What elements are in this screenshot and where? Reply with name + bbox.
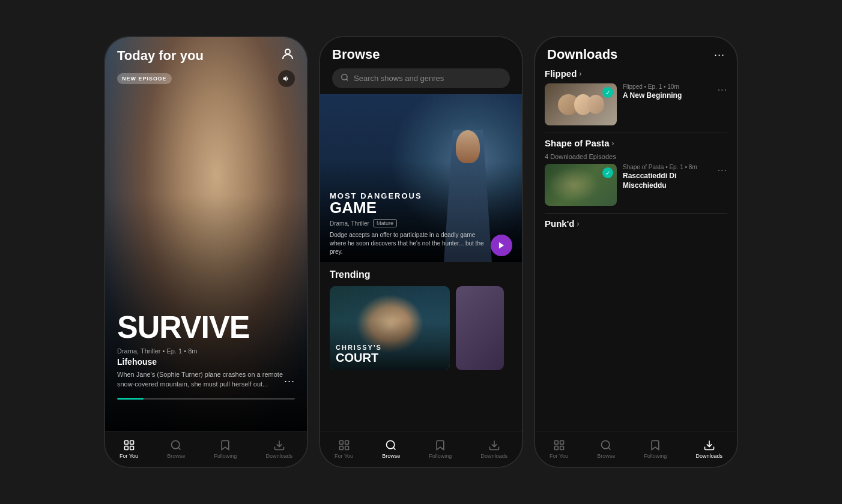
svg-point-15	[387, 441, 395, 449]
svg-marker-10	[499, 242, 504, 249]
hero-tags: Drama, Thriller Mature	[330, 219, 486, 227]
genre-tag: Drama, Thriller	[330, 220, 369, 227]
phone1-header: Today for you	[105, 37, 307, 70]
item-more-button-flipped[interactable]: ···	[718, 85, 727, 95]
svg-line-9	[347, 79, 348, 81]
downloads-header: Downloads ···	[535, 37, 737, 68]
show-subtitle: Lifehouse	[117, 357, 295, 367]
trending-card-chrissy[interactable]: CHRISSY'S COURT	[330, 286, 450, 370]
nav-downloads[interactable]: Downloads	[688, 437, 730, 461]
svg-rect-2	[130, 441, 133, 445]
nav-downloads-label: Downloads	[265, 453, 292, 459]
nav-browse-label: Browse	[167, 453, 185, 459]
search-placeholder: Search shows and genres	[354, 74, 444, 83]
svg-point-8	[342, 74, 347, 80]
download-section-punkd: Punk'd ›	[545, 218, 727, 229]
download-info-flipped: Flipped • Ep. 1 • 10m A New Beginning	[623, 83, 712, 101]
hero-show-title: MOST DANGEROUS GAME	[330, 192, 486, 215]
rating-badge: Mature	[373, 219, 397, 227]
svg-rect-11	[339, 441, 343, 445]
svg-rect-18	[554, 441, 558, 445]
phone-browse: Browse Search shows and genres	[319, 36, 523, 468]
hero-show-title-big: GAME	[330, 199, 377, 217]
bottom-nav: For You Browse Following	[320, 431, 522, 467]
nav-downloads-label: Downloads	[695, 453, 722, 459]
progress-track	[117, 398, 295, 400]
download-item-flipped: ✓ Flipped • Ep. 1 • 10m A New Beginning …	[545, 83, 727, 125]
section-title-punkd: Punk'd ›	[545, 218, 727, 229]
trending-card-label: CHRISSY'S COURT	[336, 344, 382, 364]
hero-description: Dodge accepts an offer to participate in…	[330, 231, 486, 256]
svg-rect-21	[560, 446, 563, 450]
svg-point-0	[285, 49, 290, 54]
more-options-icon[interactable]: ···	[714, 49, 725, 61]
download-info-pasta: Shape of Pasta • Ep. 1 • 8m Rasccatieddi…	[623, 164, 712, 190]
item-more-button-pasta[interactable]: ···	[718, 165, 727, 176]
page-title: Today for you	[117, 48, 204, 64]
show-meta: Drama, Thriller • Ep. 1 • 8m	[117, 347, 295, 355]
more-options-button[interactable]: ···	[284, 375, 295, 388]
downloads-list: Flipped › ✓ Flippe	[535, 68, 737, 431]
svg-rect-13	[339, 446, 343, 450]
bottom-nav: For You Browse Following	[535, 431, 737, 467]
svg-point-5	[172, 441, 180, 449]
svg-line-23	[608, 448, 611, 450]
trending-title: Trending	[330, 269, 512, 280]
nav-for-you[interactable]: For You	[327, 437, 360, 461]
search-bar[interactable]: Search shows and genres	[332, 68, 510, 88]
svg-rect-19	[560, 441, 563, 445]
svg-point-22	[602, 441, 610, 449]
downloaded-check-icon: ✓	[602, 87, 613, 98]
nav-browse-label: Browse	[382, 453, 400, 459]
phone3-content: Downloads ··· Flipped ›	[535, 37, 737, 467]
download-meta-flipped: Flipped • Ep. 1 • 10m	[623, 83, 712, 90]
show-description: When Jane's (Sophie Turner) plane crashe…	[117, 370, 295, 389]
browse-header: Browse Search shows and genres	[320, 37, 522, 94]
nav-following[interactable]: Following	[422, 437, 459, 461]
thumb-pasta: ✓	[545, 164, 617, 206]
nav-downloads[interactable]: Downloads	[473, 437, 515, 461]
hero-image: Today for you NEW EPISODE SURVIVE	[105, 37, 307, 431]
nav-for-you-label: For You	[550, 453, 568, 459]
face-3	[587, 95, 604, 114]
nav-for-you[interactable]: For You	[542, 437, 575, 461]
thumb-flipped: ✓	[545, 83, 617, 125]
mute-button[interactable]	[278, 70, 295, 87]
profile-icon[interactable]	[280, 47, 295, 64]
nav-following-label: Following	[644, 453, 667, 459]
trending-section: Trending CHRISSY'S COURT	[320, 262, 522, 431]
phone-today-for-you: Today for you NEW EPISODE SURVIVE	[104, 36, 308, 468]
downloaded-check-icon-2: ✓	[602, 167, 613, 178]
progress-bar-area	[117, 398, 295, 400]
nav-downloads-label: Downloads	[480, 453, 507, 459]
nav-browse-label: Browse	[597, 453, 615, 459]
hero-info: MOST DANGEROUS GAME Drama, Thriller Matu…	[330, 192, 486, 256]
svg-rect-3	[124, 446, 128, 450]
phone1-content: Today for you NEW EPISODE SURVIVE	[105, 37, 307, 467]
chevron-right-icon-2: ›	[612, 139, 614, 148]
phones-container: Today for you NEW EPISODE SURVIVE	[104, 36, 738, 468]
search-icon	[341, 73, 349, 83]
browse-title: Browse	[332, 47, 510, 62]
phone2-content: Browse Search shows and genres	[320, 37, 522, 467]
svg-rect-12	[345, 441, 348, 445]
nav-downloads[interactable]: Downloads	[258, 437, 300, 461]
svg-rect-14	[345, 446, 348, 450]
download-section-flipped: Flipped › ✓ Flippe	[545, 68, 727, 125]
nav-following[interactable]: Following	[207, 437, 244, 461]
trending-scroll: CHRISSY'S COURT	[330, 286, 512, 370]
trending-card-2[interactable]	[456, 286, 504, 370]
svg-rect-1	[124, 441, 128, 445]
nav-for-you[interactable]: For You	[112, 437, 145, 461]
nav-browse[interactable]: Browse	[590, 437, 622, 461]
play-button[interactable]	[491, 235, 512, 256]
nav-browse[interactable]: Browse	[375, 437, 407, 461]
nav-following[interactable]: Following	[637, 437, 674, 461]
download-name-pasta: Rasccatieddi Di Miscchieddu	[623, 172, 712, 190]
section-sub-pasta: 4 Downloaded Episodes	[545, 153, 727, 160]
svg-rect-4	[130, 446, 133, 450]
download-name-flipped: A New Beginning	[623, 91, 712, 101]
downloads-title: Downloads	[547, 47, 617, 62]
svg-line-16	[393, 448, 396, 450]
nav-browse[interactable]: Browse	[160, 437, 192, 461]
